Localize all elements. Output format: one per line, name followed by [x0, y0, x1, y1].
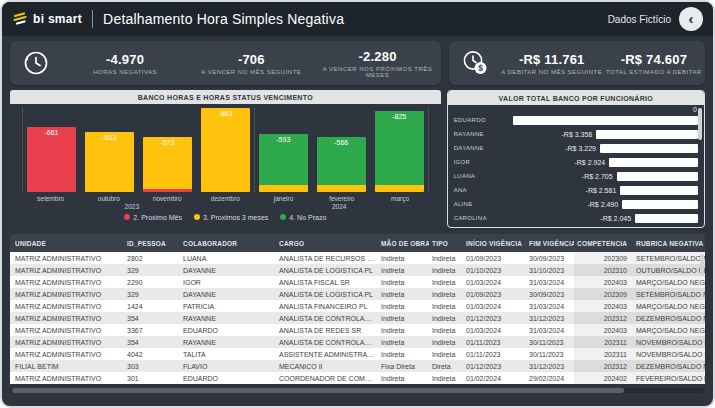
panel-title: VALOR TOTAL BANCO POR FUNCIONÁRIO	[448, 91, 704, 105]
employee-bar[interactable]	[596, 130, 698, 139]
employee-value-label: -R$ 3.358	[562, 131, 593, 138]
table-cell: ANALISTA DE LOGISTICA PL	[276, 288, 378, 300]
table-cell: 202311	[574, 336, 633, 348]
employee-bar-row[interactable]: LUANA-R$ 2.705	[454, 169, 698, 183]
table-cell: DEZEMBRO/SALDO NEGATIVO	[633, 312, 705, 324]
table-cell: 1424	[124, 300, 180, 312]
table-cell: EDUARDO	[180, 324, 276, 336]
column-header[interactable]: ID_PESSOA	[124, 234, 180, 252]
detail-table: UNIDADEID_PESSOACOLABORADORCARGOMÃO DE O…	[10, 234, 705, 384]
table-row[interactable]: MATRIZ ADMINISTRATIVO3367EDUARDOANALISTA…	[10, 324, 705, 336]
table-cell: 303	[124, 360, 180, 372]
table-cell: MATRIZ ADMINISTRATIVO	[10, 288, 124, 300]
table-cell: ANALISTA DE RECURSOS HUMAN...	[276, 252, 378, 264]
table-row[interactable]: MATRIZ ADMINISTRATIVO329DAYANNEANALISTA …	[10, 288, 705, 300]
employee-bar-row[interactable]: IGOR-R$ 2.924	[454, 155, 698, 169]
kpi-label: A VENCER NO MÊS SEGUINTE	[188, 69, 314, 75]
kpi-debitar-mes-seguinte: -R$ 11.761 A DEBITAR NO MÊS SEGUINTE	[501, 52, 603, 75]
bar-column[interactable]: -661	[27, 108, 76, 192]
column-header[interactable]: RUBRICA NEGATIVA	[633, 234, 705, 252]
table-vertical-scrollbar-thumb[interactable]	[700, 254, 704, 276]
axis-year-label: 2024	[332, 203, 346, 210]
table-cell: Indireta	[378, 252, 429, 264]
column-header[interactable]: FIM VIGÊNCIA	[526, 234, 574, 252]
employee-value-label: -R$ 2.490	[587, 201, 618, 208]
table-cell: Indireta	[378, 300, 429, 312]
table-cell: Indireta	[429, 324, 463, 336]
legend-item[interactable]: 3. Proximos 3 meses	[194, 214, 268, 221]
table-row[interactable]: MATRIZ ADMINISTRATIVO301EDUARDOCOORDENAD…	[10, 372, 705, 384]
employee-bar[interactable]	[513, 116, 698, 125]
back-button[interactable]: ‹	[679, 7, 703, 31]
column-header[interactable]: UNIDADE	[10, 234, 124, 252]
bar-column[interactable]: -825	[375, 108, 424, 192]
employee-bar[interactable]	[617, 172, 698, 181]
bar-column[interactable]: -863	[201, 108, 250, 192]
kpi-value: -R$ 74.607	[603, 52, 705, 67]
column-header[interactable]: COLABORADOR	[180, 234, 276, 252]
table-row[interactable]: MATRIZ ADMINISTRATIVO329DAYANNEANALISTA …	[10, 264, 705, 276]
table-row[interactable]: MATRIZ ADMINISTRATIVO354RAYANNEANALISTA …	[10, 336, 705, 348]
employee-bar-row[interactable]: ALINE-R$ 2.490	[454, 197, 698, 211]
bar-segment	[317, 185, 366, 192]
kpi-value: -706	[188, 52, 314, 67]
bar-column[interactable]: -573	[143, 108, 192, 192]
table-cell: 329	[124, 264, 180, 276]
employee-bar-row[interactable]: DAYANNE-R$ 3.229	[454, 141, 698, 155]
table-row[interactable]: MATRIZ ADMINISTRATIVO354RAYANNEANALISTA …	[10, 312, 705, 324]
legend-dot	[280, 214, 286, 220]
table-cell: 2802	[124, 252, 180, 264]
clock-money-icon: $	[449, 48, 501, 78]
table-cell: 202312	[574, 360, 633, 372]
clock-history-icon	[10, 48, 62, 78]
column-header[interactable]: TIPO	[429, 234, 463, 252]
table-row[interactable]: MATRIZ ADMINISTRATIVO2290IGORANALISTA FI…	[10, 276, 705, 288]
bar-column[interactable]: -613	[85, 108, 134, 192]
employee-bar-row[interactable]: RAYANNE-R$ 3.358	[454, 127, 698, 141]
axis-month-label: janeiro	[259, 195, 308, 202]
kpi-total-estimado: -R$ 74.607 TOTAL ESTIMADO A DEBITAR	[603, 52, 705, 75]
table-cell: Fixa Direta	[378, 360, 429, 372]
bar-janeiro[interactable]: -593	[259, 134, 308, 192]
employee-bar[interactable]	[620, 186, 698, 195]
table-horizontal-scrollbar[interactable]	[10, 388, 705, 393]
employee-bar[interactable]	[600, 144, 698, 153]
table-row[interactable]: MATRIZ ADMINISTRATIVO4042TALITAASSISTENT…	[10, 348, 705, 360]
table-row[interactable]: FILIAL BETIM303FLAVIOMECANICO IIFixa Dir…	[10, 360, 705, 372]
employee-bar[interactable]	[609, 158, 698, 167]
table-horizontal-scrollbar-thumb[interactable]	[12, 388, 624, 393]
employee-name: ALINE	[454, 201, 506, 207]
legend-item[interactable]: 2. Proximo Mês	[124, 214, 182, 221]
employee-bar-row[interactable]: EDUARDO	[454, 113, 698, 127]
axis-month-label: fevereiro	[317, 195, 366, 202]
column-header[interactable]: COMPETENCIA	[574, 234, 633, 252]
table-row[interactable]: MATRIZ ADMINISTRATIVO1424PATRICIAANALIST…	[10, 300, 705, 312]
bar-value-label: -613	[85, 134, 134, 141]
employee-bar[interactable]	[622, 200, 698, 209]
legend-label: 3. Proximos 3 meses	[203, 214, 268, 221]
employee-bar[interactable]	[635, 214, 698, 223]
table-row[interactable]: MATRIZ ADMINISTRATIVO2802LUANAANALISTA D…	[10, 252, 705, 264]
bar-novembro[interactable]: -573	[143, 137, 192, 192]
bar-column[interactable]: -593	[254, 108, 308, 192]
bar-dezembro[interactable]: -863	[201, 108, 250, 192]
bar-outubro[interactable]: -613	[85, 132, 134, 192]
bismart-logo: bi smart	[12, 11, 82, 27]
table-cell: 01/11/2023	[463, 348, 526, 360]
legend-item[interactable]: 4. No Prazo	[280, 214, 326, 221]
table-cell: 202312	[574, 312, 633, 324]
bar-março[interactable]: -825	[375, 111, 424, 192]
bar-fevereiro[interactable]: -566	[317, 137, 366, 192]
column-header[interactable]: CARGO	[276, 234, 378, 252]
table-cell: 30/09/2023	[526, 252, 574, 264]
employee-bar-row[interactable]: ANA-R$ 2.581	[454, 183, 698, 197]
bar-column[interactable]: -566	[317, 108, 366, 192]
employee-value-label: -R$ 2.705	[582, 173, 613, 180]
employee-bar-row[interactable]: CAROLINA-R$ 2.045	[454, 211, 698, 225]
column-header[interactable]: MÃO DE OBRA	[378, 234, 429, 252]
bar-setembro[interactable]: -661	[27, 127, 76, 192]
vertical-scrollbar-thumb[interactable]	[698, 108, 702, 140]
kpi-card-hours: -4.970 HORAS NEGATIVAS -706 A VENCER NO …	[10, 41, 441, 85]
table-cell: Indireta	[429, 348, 463, 360]
column-header[interactable]: INÍCIO VIGÊNCIA	[463, 234, 526, 252]
